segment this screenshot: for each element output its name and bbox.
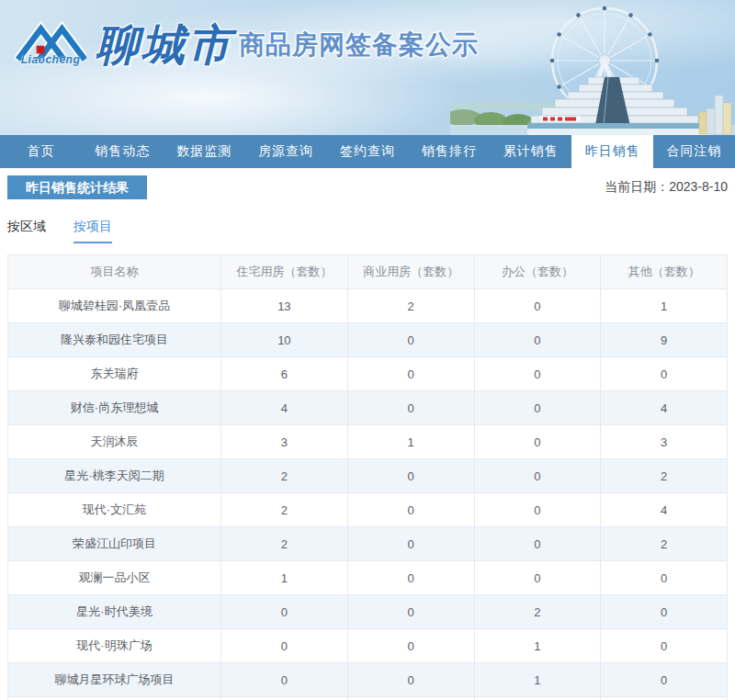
count-cell: 1: [601, 289, 728, 323]
nav-item-销售排行[interactable]: 销售排行: [408, 135, 490, 168]
count-cell: 25: [601, 697, 728, 700]
count-cell: 1: [347, 425, 474, 459]
count-cell: 1: [474, 663, 601, 697]
current-date-label: 当前日期：2023-8-10: [605, 179, 728, 196]
table-row: 财信·尚东理想城4004: [8, 391, 728, 425]
count-cell: 0: [474, 561, 601, 595]
count-cell: 10: [221, 323, 348, 357]
count-cell: 0: [221, 663, 348, 697]
count-cell: 0: [347, 629, 474, 663]
count-cell: 43: [221, 697, 348, 700]
ferris-wheel-illustration: [450, 0, 735, 135]
project-name-cell: 合计: [8, 697, 221, 700]
table-row: 星光·时代美境0020: [8, 595, 728, 629]
table-row: 观澜一品小区1000: [8, 561, 728, 595]
count-cell: 2: [474, 595, 601, 629]
count-cell: 0: [474, 493, 601, 527]
section-title-band: 昨日销售统计结果: [7, 175, 147, 199]
table-row: 聊城碧桂园·凤凰壹品13201: [8, 289, 728, 323]
table-row: 聊城月星环球广场项目0010: [8, 663, 728, 697]
count-cell: 0: [221, 629, 348, 663]
view-tabs: 按区域按项目: [7, 219, 728, 243]
count-cell: 0: [601, 663, 728, 697]
count-cell: 3: [601, 425, 728, 459]
count-cell: 2: [601, 459, 728, 493]
count-cell: 2: [221, 493, 348, 527]
count-cell: 13: [221, 289, 348, 323]
column-header: 项目名称: [8, 255, 221, 289]
nav-item-累计销售[interactable]: 累计销售: [490, 135, 571, 168]
count-cell: 9: [601, 323, 728, 357]
count-cell: 4: [474, 697, 601, 700]
count-cell: 0: [474, 425, 601, 459]
tab-按项目[interactable]: 按项目: [74, 219, 112, 243]
nav-item-合同注销[interactable]: 合同注销: [653, 135, 735, 168]
table-row: 隆兴泰和园住宅项目10009: [8, 323, 728, 357]
site-title: 商品房网签备案公示: [239, 28, 479, 66]
nav-item-数据监测[interactable]: 数据监测: [164, 135, 245, 168]
project-name-cell: 现代·文汇苑: [8, 493, 221, 527]
project-name-cell: 星光·时代美境: [8, 595, 221, 629]
site-header: Liaocheng 聊城市 商品房网签备案公示: [0, 0, 735, 135]
nav-item-昨日销售[interactable]: 昨日销售: [571, 135, 653, 168]
count-cell: 0: [474, 391, 601, 425]
column-header: 其他（套数）: [601, 255, 728, 289]
count-cell: 0: [347, 391, 474, 425]
tab-按区域[interactable]: 按区域: [7, 219, 46, 243]
logo-word: Liaocheng: [21, 53, 81, 66]
count-cell: 0: [347, 493, 474, 527]
count-cell: 0: [347, 357, 474, 391]
nav-item-首页[interactable]: 首页: [0, 135, 82, 168]
count-cell: 0: [474, 357, 601, 391]
table-header-row: 项目名称住宅用房（套数）商业用房（套数）办公（套数）其他（套数）: [8, 255, 728, 289]
table-row: 天润沐辰3103: [8, 425, 728, 459]
count-cell: 0: [474, 289, 601, 323]
brand: Liaocheng 聊城市 商品房网签备案公示: [15, 20, 479, 66]
project-name-cell: 财信·尚东理想城: [8, 391, 221, 425]
count-cell: 0: [474, 527, 601, 561]
table-row: 东关瑞府6000: [8, 357, 728, 391]
liaocheng-m-logo: Liaocheng: [15, 20, 86, 66]
nav-item-房源查询[interactable]: 房源查询: [245, 135, 327, 168]
count-cell: 0: [601, 561, 728, 595]
project-name-cell: 隆兴泰和园住宅项目: [8, 323, 221, 357]
count-cell: 3: [347, 697, 474, 700]
sales-table: 项目名称住宅用房（套数）商业用房（套数）办公（套数）其他（套数） 聊城碧桂园·凤…: [7, 254, 728, 700]
count-cell: 0: [347, 595, 474, 629]
count-cell: 0: [347, 561, 474, 595]
main-nav: 首页销售动态数据监测房源查询签约查询销售排行累计销售昨日销售合同注销: [0, 135, 735, 168]
count-cell: 4: [221, 391, 348, 425]
count-cell: 2: [347, 289, 474, 323]
count-cell: 2: [221, 459, 348, 493]
count-cell: 0: [347, 323, 474, 357]
count-cell: 2: [221, 527, 348, 561]
count-cell: 2: [601, 527, 728, 561]
city-name-calligraphy: 聊城市: [96, 25, 233, 66]
section-head: 昨日销售统计结果 当前日期：2023-8-10: [7, 175, 728, 199]
count-cell: 4: [601, 493, 728, 527]
project-name-cell: 荣盛江山印项目: [8, 527, 221, 561]
column-header: 办公（套数）: [474, 255, 601, 289]
count-cell: 1: [474, 629, 601, 663]
count-cell: 0: [347, 527, 474, 561]
project-name-cell: 现代·明珠广场: [8, 629, 221, 663]
project-name-cell: 聊城碧桂园·凤凰壹品: [8, 289, 221, 323]
table-body: 聊城碧桂园·凤凰壹品13201隆兴泰和园住宅项目10009东关瑞府6000财信·…: [8, 289, 728, 700]
count-cell: 3: [221, 425, 348, 459]
count-cell: 1: [221, 561, 348, 595]
table-total-row: 合计433425: [8, 697, 728, 700]
table-row: 荣盛江山印项目2002: [8, 527, 728, 561]
nav-item-销售动态[interactable]: 销售动态: [82, 135, 164, 168]
count-cell: 0: [347, 459, 474, 493]
column-header: 住宅用房（套数）: [221, 255, 348, 289]
count-cell: 0: [474, 459, 601, 493]
table-row: 现代·明珠广场0010: [8, 629, 728, 663]
count-cell: 0: [347, 663, 474, 697]
column-header: 商业用房（套数）: [347, 255, 474, 289]
nav-item-签约查询[interactable]: 签约查询: [327, 135, 409, 168]
table-row: 现代·文汇苑2004: [8, 493, 728, 527]
project-name-cell: 聊城月星环球广场项目: [8, 663, 221, 697]
project-name-cell: 星光·桃李天阅二期: [8, 459, 221, 493]
count-cell: 4: [601, 391, 728, 425]
project-name-cell: 天润沐辰: [8, 425, 221, 459]
